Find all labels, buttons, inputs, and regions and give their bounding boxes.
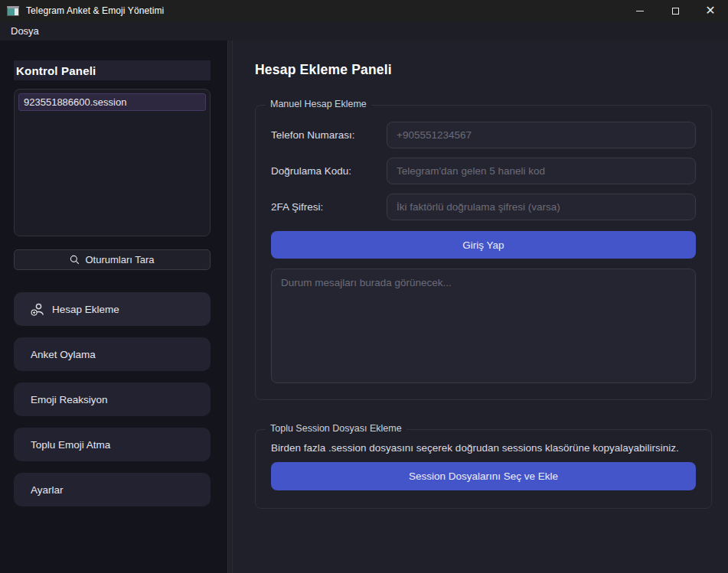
sidebar: Kontrol Paneli 923551886600.session Otur… [0,41,227,573]
app-icon [7,6,19,16]
session-list[interactable]: 923551886600.session [14,89,211,236]
sidebar-item-toplu-emoji-atma[interactable]: Toplu Emoji Atma [14,428,211,461]
menu-item-dosya[interactable]: Dosya [6,24,44,38]
maximize-button[interactable] [658,0,693,21]
window-title: Telegram Anket & Emoji Yönetimi [26,5,164,16]
sidebar-item-label: Anket Oylama [31,349,96,360]
sidebar-item-label: Ayarlar [31,484,64,496]
minimize-button[interactable] [622,0,658,21]
code-row: Doğrulama Kodu: [271,158,696,184]
session-list-item[interactable]: 923551886600.session [18,93,206,111]
window-controls: ✕ [622,0,728,21]
person-add-icon [31,303,45,316]
sidebar-item-label: Emoji Reaksiyon [31,394,108,405]
sidebar-nav: Hesap Ekleme Anket Oylama Emoji Reaksiyo… [14,292,211,506]
sidebar-heading: Kontrol Paneli [14,60,211,80]
maximize-icon [672,8,679,15]
phone-row: Telefon Numarası: [271,122,696,148]
minimize-icon [636,11,644,11]
sidebar-item-anket-oylama[interactable]: Anket Oylama [14,337,211,371]
select-session-files-button[interactable]: Session Dosyalarını Seç ve Ekle [271,462,696,490]
content-area: Kontrol Paneli 923551886600.session Otur… [0,41,728,573]
titlebar: Telegram Anket & Emoji Yönetimi ✕ [0,0,728,21]
sidebar-item-ayarlar[interactable]: Ayarlar [14,473,211,506]
phone-label: Telefon Numarası: [271,129,387,141]
phone-input[interactable] [387,122,696,148]
sidebar-item-hesap-ekleme[interactable]: Hesap Ekleme [14,292,211,326]
manual-account-group-title: Manuel Hesap Ekleme [266,99,371,109]
search-icon [70,255,80,265]
scan-sessions-label: Oturumları Tara [85,254,154,265]
sidebar-item-label: Hesap Ekleme [52,304,119,315]
main-panel: Hesap Ekleme Paneli Manuel Hesap Ekleme … [233,41,728,573]
bulk-session-group-title: Toplu Session Dosyası Ekleme [266,423,406,434]
app-window: Telegram Anket & Emoji Yönetimi ✕ Dosya … [0,0,728,573]
sidebar-splitter[interactable] [227,41,233,573]
bulk-session-info-text: Birden fazla .session dosyasını seçerek … [271,442,696,454]
page-title: Hesap Ekleme Paneli [255,62,712,78]
twofa-label: 2FA Şifresi: [271,201,387,213]
verification-code-input[interactable] [387,158,696,184]
code-label: Doğrulama Kodu: [271,165,387,177]
twofa-row: 2FA Şifresi: [271,194,696,220]
close-button[interactable]: ✕ [693,0,728,21]
twofa-password-input[interactable] [387,194,696,220]
status-messages-box[interactable] [271,269,696,383]
close-icon: ✕ [705,5,715,17]
menubar: Dosya [0,21,728,41]
sidebar-item-emoji-reaksiyon[interactable]: Emoji Reaksiyon [14,383,211,416]
bulk-session-group: Toplu Session Dosyası Ekleme Birden fazl… [255,429,712,509]
scan-sessions-button[interactable]: Oturumları Tara [14,249,211,270]
manual-account-group: Manuel Hesap Ekleme Telefon Numarası: Do… [255,105,712,400]
login-button[interactable]: Giriş Yap [271,231,696,259]
sidebar-item-label: Toplu Emoji Atma [31,439,110,451]
